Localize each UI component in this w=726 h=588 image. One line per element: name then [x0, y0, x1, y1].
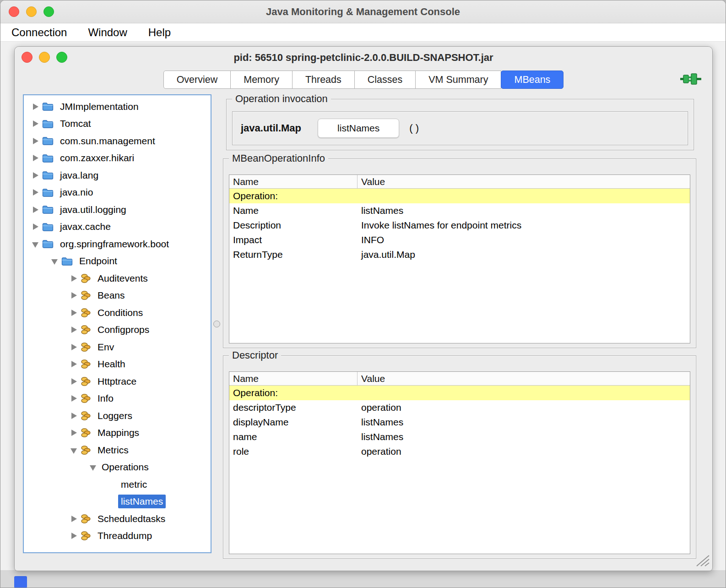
expand-icon[interactable]	[31, 187, 41, 197]
collapse-icon[interactable]	[50, 256, 60, 266]
collapse-icon[interactable]	[70, 445, 80, 455]
expand-icon[interactable]	[31, 119, 41, 129]
mbean-icon	[81, 445, 91, 455]
row-value-cell: operation	[358, 444, 690, 459]
row-value-cell: listNames	[358, 203, 690, 218]
mbean-icon	[81, 273, 91, 283]
outer-titlebar: Java Monitoring & Management Console	[0, 0, 726, 23]
table-row[interactable]: NamelistNames	[229, 203, 690, 218]
table-row[interactable]: Operation:	[229, 189, 690, 203]
tree-item-org.springframework.boot[interactable]: org.springframework.boot	[24, 235, 211, 253]
tree-indent-spacer	[108, 479, 118, 490]
tab-overview[interactable]: Overview	[163, 71, 231, 89]
collapse-icon[interactable]	[31, 239, 41, 249]
tree-item-health[interactable]: Health	[24, 356, 211, 373]
column-header-name[interactable]: Name	[229, 372, 358, 385]
connection-status-icon	[680, 72, 701, 88]
tree-item-env[interactable]: Env	[24, 338, 211, 356]
tab-memory[interactable]: Memory	[230, 71, 293, 89]
expand-icon[interactable]	[70, 359, 80, 369]
menu-window[interactable]: Window	[88, 26, 127, 39]
mbean-icon	[81, 342, 91, 352]
table-row[interactable]: DescriptionInvoke listNames for endpoint…	[229, 218, 690, 233]
tree-item-label: Env	[95, 340, 117, 354]
expand-icon[interactable]	[31, 153, 41, 163]
column-header-value[interactable]: Value	[358, 372, 690, 385]
expand-icon[interactable]	[31, 102, 41, 112]
expand-icon[interactable]	[31, 170, 41, 180]
invoke-listnames-button[interactable]: listNames	[318, 119, 399, 138]
table-row[interactable]: descriptorTypeoperation	[229, 400, 690, 415]
tree-item-conditions[interactable]: Conditions	[24, 304, 211, 321]
splitter-handle[interactable]	[213, 321, 220, 327]
row-name-cell: Operation:	[229, 189, 358, 203]
tree-item-auditevents[interactable]: Auditevents	[24, 270, 211, 287]
tree-item-metric[interactable]: metric	[24, 476, 211, 493]
tree-item-mappings[interactable]: Mappings	[24, 425, 211, 442]
expand-icon[interactable]	[70, 376, 80, 387]
tree-item-beans[interactable]: Beans	[24, 287, 211, 305]
tree-item-info[interactable]: Info	[24, 390, 211, 408]
expand-icon[interactable]	[70, 411, 80, 421]
tab-classes[interactable]: Classes	[354, 71, 416, 89]
tree-item-threaddump[interactable]: Threaddump	[24, 528, 211, 545]
tree-item-label: Operations	[99, 460, 152, 474]
tree-item-operations[interactable]: Operations	[24, 459, 211, 476]
tree-item-loggers[interactable]: Loggers	[24, 407, 211, 425]
row-name-cell: Impact	[229, 233, 358, 247]
tree-item-java.util.logging[interactable]: java.util.logging	[24, 201, 211, 218]
expand-icon[interactable]	[70, 290, 80, 300]
tab-threads[interactable]: Threads	[292, 71, 355, 89]
expand-icon[interactable]	[70, 514, 80, 524]
tree-item-metrics[interactable]: Metrics	[24, 441, 211, 459]
tree-item-listnames[interactable]: listNames	[24, 493, 211, 511]
column-header-value[interactable]: Value	[358, 175, 690, 188]
expand-icon[interactable]	[31, 136, 41, 146]
tree-item-configprops[interactable]: Configprops	[24, 321, 211, 339]
table-row[interactable]: ReturnTypejava.util.Map	[229, 247, 690, 262]
table-row[interactable]: Operation:	[229, 386, 690, 400]
expand-icon[interactable]	[70, 325, 80, 335]
tree-item-label: Httptrace	[95, 375, 139, 388]
menu-connection[interactable]: Connection	[11, 26, 67, 39]
expand-icon[interactable]	[70, 273, 80, 283]
expand-icon[interactable]	[70, 342, 80, 352]
tree-item-scheduledtasks[interactable]: Scheduledtasks	[24, 510, 211, 528]
tree-item-label: Beans	[95, 289, 128, 302]
expand-icon[interactable]	[70, 428, 80, 438]
arguments-label: ( )	[409, 122, 419, 134]
collapse-icon[interactable]	[89, 462, 99, 472]
expand-icon[interactable]	[31, 205, 41, 215]
row-value-cell: INFO	[358, 233, 690, 247]
mbean-icon	[81, 393, 91, 403]
expand-icon[interactable]	[70, 393, 80, 403]
tree-item-com.zaxxer.hikari[interactable]: com.zaxxer.hikari	[24, 150, 211, 167]
row-value-cell: java.util.Map	[358, 247, 690, 262]
row-name-cell: descriptorType	[229, 400, 358, 415]
tree-item-java.nio[interactable]: java.nio	[24, 184, 211, 201]
tree-item-com.sun.management[interactable]: com.sun.management	[24, 132, 211, 150]
tree-item-javax.cache[interactable]: javax.cache	[24, 218, 211, 236]
tree-item-label: org.springframework.boot	[57, 237, 172, 251]
tab-mbeans[interactable]: MBeans	[501, 71, 563, 89]
expand-icon[interactable]	[31, 222, 41, 232]
expand-icon[interactable]	[70, 308, 80, 318]
tree-item-label: JMImplementation	[57, 100, 141, 114]
tree-item-httptrace[interactable]: Httptrace	[24, 373, 211, 390]
table-row[interactable]: displayNamelistNames	[229, 415, 690, 430]
mbean-operation-info-table: Name Value Operation:NamelistNamesDescri…	[229, 174, 690, 343]
column-header-name[interactable]: Name	[229, 175, 358, 188]
table-row[interactable]: roleoperation	[229, 444, 690, 459]
expand-icon[interactable]	[70, 531, 80, 541]
menu-help[interactable]: Help	[148, 26, 171, 39]
tab-vm-summary[interactable]: VM Summary	[415, 71, 501, 89]
invocation-panel: java.util.Map listNames ( )	[232, 111, 688, 145]
tree-item-java.lang[interactable]: java.lang	[24, 167, 211, 184]
tree-item-endpoint[interactable]: Endpoint	[24, 253, 211, 270]
tree-item-jmimplementation[interactable]: JMImplementation	[24, 98, 211, 115]
resize-grip[interactable]	[694, 554, 710, 568]
tree-item-tomcat[interactable]: Tomcat	[24, 115, 211, 133]
table-row[interactable]: ImpactINFO	[229, 233, 690, 247]
group-title: Descriptor	[229, 349, 281, 362]
table-row[interactable]: namelistNames	[229, 430, 690, 444]
